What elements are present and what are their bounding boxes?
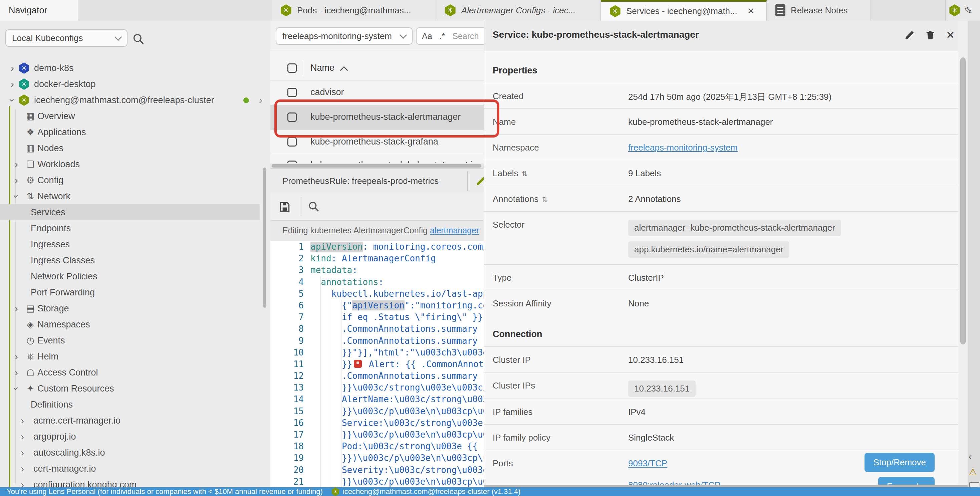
namespace-link[interactable]: freeleaps-monitoring-system [628, 143, 738, 153]
sidebar-item-services[interactable]: Services [0, 204, 260, 220]
drawer-bottom-scrollbar[interactable] [484, 485, 968, 487]
sort-ascending-icon[interactable] [340, 66, 348, 74]
sidebar-item-autoscaling-k8s-io[interactable]: ›autoscaling.k8s.io [0, 445, 270, 461]
sidebar-item-storage[interactable]: ›▤Storage [0, 300, 270, 316]
sidebar-item-applications[interactable]: ❖Applications [0, 124, 270, 140]
line-number: 1 [270, 241, 310, 253]
code-text: }}\u003c/strong\u003e\u003c/h3 [310, 382, 499, 394]
sidebar-item-network-policies[interactable]: Network Policies [0, 269, 270, 285]
sort-toggle-icon[interactable]: ⇅ [542, 195, 548, 203]
sidebar-item-demo-k8s[interactable]: ›✳demo-k8s [0, 60, 270, 76]
sidebar-item-docker-desktop[interactable]: ›✳docker-desktop [0, 76, 270, 92]
line-number: 19 [270, 452, 310, 464]
sidebar-item-configuration-konghq-com[interactable]: ›configuration.konghq.com [0, 477, 270, 487]
edit-pencil-icon[interactable] [904, 29, 915, 41]
sidebar-item-nodes[interactable]: ▥Nodes [0, 140, 270, 156]
tab-release[interactable]: Release Notes [767, 0, 871, 21]
save-icon[interactable] [278, 200, 291, 213]
service-details-drawer: Service: kube-prometheus-stack-alertmana… [484, 21, 968, 487]
events-icon: ◷ [24, 335, 37, 346]
sidebar-item-acme-cert-manager-io[interactable]: ›acme.cert-manager.io [0, 413, 270, 429]
tab-pods[interactable]: ✳Pods - icecheng@mathmas... [272, 0, 436, 21]
chevron-collapsed-icon[interactable]: › [21, 478, 24, 487]
custom-resources-icon: ✦ [24, 383, 37, 394]
kubeconfig-select[interactable]: Local Kubeconfigs [5, 29, 127, 47]
line-number: 2 [270, 253, 310, 264]
row-value: alertmanager=kube-prometheus-stack-alert… [628, 219, 841, 263]
horizontal-scrollbar[interactable] [270, 164, 484, 168]
chevron-collapsed-icon[interactable]: › [21, 446, 24, 459]
sidebar-scrollbar[interactable] [263, 168, 266, 308]
sidebar-item-access-control[interactable]: ›☖Access Control [0, 364, 270, 380]
editing-text: Editing kubernetes AlertmanagerConfig [282, 226, 430, 235]
row-checkbox[interactable] [287, 88, 297, 97]
drawer-scrollbar[interactable] [960, 57, 966, 345]
sidebar-item-custom-resources[interactable]: ›✦Custom Resources [0, 380, 270, 396]
chevron-collapsed-icon[interactable]: › [21, 414, 24, 427]
row-checkbox[interactable] [287, 161, 297, 163]
sidebar-item-definitions[interactable]: Definitions [0, 396, 270, 413]
sidebar-item-argoproj-io[interactable]: ›argoproj.io [0, 429, 270, 445]
delete-trash-icon[interactable] [924, 29, 936, 41]
chevron-collapsed-icon[interactable]: › [11, 61, 14, 75]
chevron-expanded-icon[interactable]: › [10, 195, 23, 198]
select-all-checkbox[interactable] [287, 64, 297, 73]
chevron-expanded-icon[interactable]: › [10, 387, 23, 390]
code-text: AlertName:\u003c/strong\u003e [310, 394, 493, 405]
regex-icon[interactable]: .* [440, 31, 445, 41]
namespace-select[interactable]: freeleaps-monitoring-system [276, 27, 412, 45]
sidebar-item-label: Endpoints [31, 223, 71, 234]
sidebar-item-ingress-classes[interactable]: Ingress Classes [0, 252, 270, 269]
drawer-row-ip-family-policy: IP family policySingleStack [484, 424, 958, 450]
tab-close-icon[interactable]: ✕ [747, 6, 755, 16]
chevron-collapsed-icon[interactable]: › [15, 302, 18, 315]
dock-tab-title[interactable]: PrometheusRule: freepeals-prod-metrics [282, 176, 439, 186]
chevron-collapsed-icon[interactable]: › [11, 78, 14, 91]
close-icon[interactable]: ✕ [946, 29, 955, 41]
sidebar-item-ingresses[interactable]: Ingresses [0, 236, 270, 252]
port-link[interactable]: 9093/TCP [628, 458, 720, 469]
warning-triangle-icon[interactable]: ⚠ [969, 467, 977, 478]
editor-search-icon[interactable] [308, 200, 320, 213]
column-header-name[interactable]: Name [310, 63, 334, 73]
chevron-left-icon[interactable]: ‹ [969, 451, 972, 462]
search-placeholder: Search [452, 31, 479, 41]
sidebar-item-endpoints[interactable]: Endpoints [0, 220, 270, 236]
drawer-row-type: TypeClusterIP [484, 264, 958, 290]
sidebar-item-overview[interactable]: ▦Overview [0, 108, 270, 124]
sidebar-item-icecheng-mathmast-com-freeleaps-cluster[interactable]: ›✳icecheng@mathmast.com@freeleaps-cluste… [0, 92, 270, 108]
chevron-collapsed-icon[interactable]: › [21, 430, 24, 443]
tab-alertmanager[interactable]: ✳Alertmanager Configs - icec... [436, 0, 601, 21]
chevron-collapsed-icon[interactable]: › [15, 157, 18, 171]
stop-remove-button[interactable]: Stop/Remove [864, 453, 935, 472]
sort-toggle-icon[interactable]: ⇅ [522, 170, 528, 178]
tab-services[interactable]: ✳Services - icecheng@math...✕ [601, 0, 767, 21]
active-cluster-text[interactable]: icecheng@mathmast.com@freeleaps-cluster … [343, 487, 521, 496]
sidebar-item-network[interactable]: ›⇅Network [0, 188, 270, 204]
tab-partial[interactable]: ✳ ✎ [945, 0, 980, 21]
match-case-icon[interactable]: Aa [422, 31, 432, 41]
drawer-row-name: Namekube-prometheus-stack-alertmanager [484, 108, 958, 134]
row-checkbox[interactable] [287, 137, 297, 146]
scrollbar-thumb[interactable] [272, 164, 481, 168]
sidebar-item-config[interactable]: ›⚙Config [0, 172, 270, 188]
sidebar-item-events[interactable]: ◷Events [0, 332, 270, 348]
chevron-collapsed-icon[interactable]: › [15, 173, 18, 187]
chevron-right-icon[interactable]: › [259, 94, 262, 107]
editing-resource-link[interactable]: alertmanager [430, 226, 479, 235]
line-number: 8 [270, 323, 310, 335]
chevron-collapsed-icon[interactable]: › [15, 366, 18, 379]
code-text: }}"}],"html":"\u003ch3\u003e\u [310, 347, 499, 358]
chevron-collapsed-icon[interactable]: › [15, 350, 18, 363]
chevron-collapsed-icon[interactable]: › [21, 462, 24, 475]
sidebar-item-workloads[interactable]: ›❏Workloads [0, 156, 270, 172]
tab-label: Services - icecheng@math... [626, 6, 737, 16]
sidebar-item-cert-manager-io[interactable]: ›cert-manager.io [0, 461, 270, 477]
sidebar-search-icon[interactable] [132, 33, 145, 45]
sidebar-item-port-forwarding[interactable]: Port Forwarding [0, 285, 270, 300]
sidebar-item-label: Network Policies [31, 271, 97, 282]
row-value: SingleStack [628, 432, 674, 443]
chevron-expanded-icon[interactable]: › [6, 99, 19, 102]
sidebar-item-helm[interactable]: ›⎈Helm [0, 348, 270, 364]
sidebar-item-namespaces[interactable]: ◈Namespaces [0, 316, 270, 332]
